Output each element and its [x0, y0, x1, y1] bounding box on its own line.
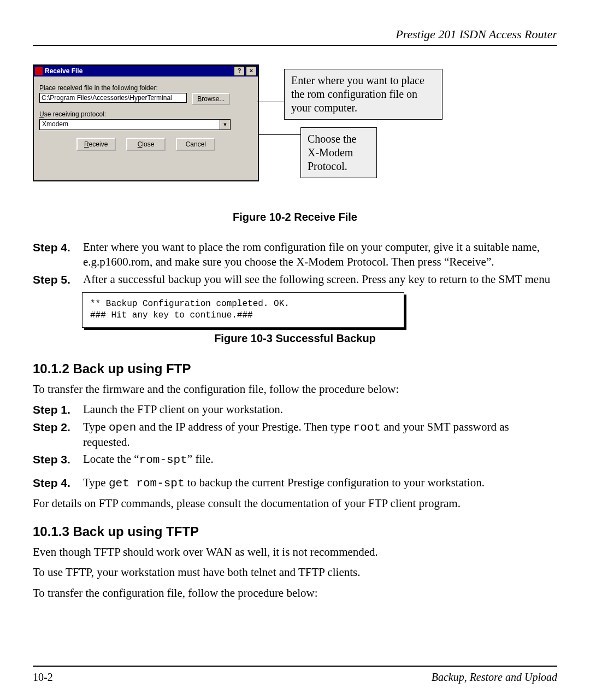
- receive-file-dialog: Receive File ? × Place received file in …: [33, 64, 259, 181]
- protocol-value: Xmodem: [40, 120, 220, 130]
- figure-10-2-block: Receive File ? × Place received file in …: [33, 64, 557, 207]
- step-body: Launch the FTP client on your workstatio…: [83, 402, 557, 417]
- browse-button[interactable]: Browse...: [192, 93, 230, 105]
- ftp-outro: For details on FTP commands, please cons…: [33, 496, 557, 511]
- chevron-down-icon[interactable]: ▼: [220, 120, 230, 130]
- ftp-intro: To transfer the firmware and the configu…: [33, 382, 557, 397]
- protocol-label: Use receiving protocol:: [39, 110, 252, 118]
- leader-line: [257, 102, 284, 102]
- step-label: Step 1.: [33, 402, 83, 417]
- page-footer: 10-2 Backup, Restore and Upload: [33, 666, 557, 684]
- step-body: Type open and the IP address of your Pre…: [83, 420, 557, 450]
- step-label: Step 2.: [33, 420, 83, 450]
- receive-button[interactable]: Receive: [76, 138, 116, 151]
- leader-line: [258, 134, 300, 135]
- footer-title: Backup, Restore and Upload: [432, 671, 557, 684]
- figure-10-2-caption: Figure 10-2 Receive File: [33, 211, 557, 223]
- close-dialog-button[interactable]: Close: [126, 138, 166, 151]
- tftp-p1: Even though TFTP should work over WAN as…: [33, 545, 557, 560]
- protocol-combobox[interactable]: Xmodem ▼: [39, 119, 231, 130]
- page-number: 10-2: [33, 671, 53, 684]
- step-label: Step 4.: [33, 475, 83, 491]
- step-label: Step 5.: [33, 272, 83, 287]
- step-body: Enter where you want to place the rom co…: [83, 240, 557, 270]
- cancel-button[interactable]: Cancel: [176, 138, 215, 151]
- dialog-title: Receive File: [45, 67, 82, 75]
- step-body: Type get rom-spt to backup the current P…: [83, 475, 557, 491]
- dialog-titlebar: Receive File ? ×: [34, 66, 258, 77]
- callout-protocol: Choose the X-Modem Protocol.: [300, 127, 377, 178]
- step-body: Locate the “rom-spt” file.: [83, 452, 557, 467]
- close-button[interactable]: ×: [246, 66, 257, 76]
- callout-place-file: Enter where you want to place the rom co…: [284, 69, 442, 120]
- ftp-steps: Step 1. Launch the FTP client on your wo…: [33, 402, 557, 490]
- section-heading-tftp: 10.1.3 Back up using TFTP: [33, 524, 557, 539]
- help-button[interactable]: ?: [234, 66, 245, 76]
- section-heading-ftp: 10.1.2 Back up using FTP: [33, 361, 557, 377]
- step-body: After a successful backup you will see t…: [83, 272, 557, 287]
- step-label: Step 4.: [33, 240, 83, 270]
- terminal-output: ** Backup Configuration completed. OK. #…: [82, 292, 404, 328]
- figure-10-3-caption: Figure 10-3 Successful Backup: [33, 332, 557, 345]
- running-header: Prestige 201 ISDN Access Router: [33, 27, 557, 46]
- step-label: Step 3.: [33, 452, 83, 467]
- folder-path-input[interactable]: [39, 93, 187, 103]
- folder-label: Place received file in the following fol…: [39, 84, 252, 92]
- tftp-p3: To transfer the configuration file, foll…: [33, 586, 557, 601]
- steps-group-a: Step 4. Enter where you want to place th…: [33, 240, 557, 287]
- app-icon: [35, 67, 43, 75]
- tftp-p2: To use TFTP, your workstation must have …: [33, 565, 557, 580]
